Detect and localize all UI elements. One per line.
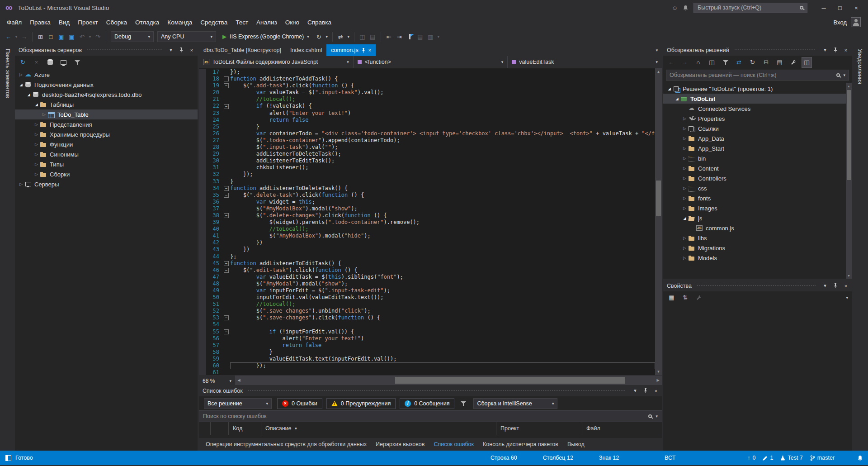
breakpoint-margin[interactable]: [199, 267, 206, 274]
menu-item-view[interactable]: Вид: [55, 17, 74, 28]
breakpoint-margin[interactable]: [199, 253, 206, 260]
breakpoint-margin[interactable]: [199, 110, 206, 117]
server-tree-item[interactable]: ▷Представления: [15, 119, 198, 129]
expand-arrow-icon[interactable]: ▷: [681, 126, 688, 131]
toolbox-collapsed-tab[interactable]: Панель элементов: [0, 44, 15, 451]
breakpoint-margin[interactable]: [199, 96, 206, 103]
server-tree-item[interactable]: ▷Серверы: [15, 179, 198, 189]
window-position-icon[interactable]: ▾: [631, 387, 639, 395]
code-line[interactable]: 34−function addListenerToDeleteTask() {: [199, 185, 655, 192]
close-icon[interactable]: ×: [842, 282, 850, 290]
server-tree-item[interactable]: ▷Azure: [15, 70, 198, 80]
code-line[interactable]: 61: [199, 369, 655, 375]
breakpoint-margin[interactable]: [199, 369, 206, 375]
window-position-icon[interactable]: ▾: [821, 46, 829, 54]
scroll-up-icon[interactable]: ▲: [655, 68, 662, 75]
code-line[interactable]: 17});: [199, 69, 655, 76]
scrollbar-track[interactable]: [655, 75, 662, 368]
breakpoint-margin[interactable]: [199, 117, 206, 124]
code-line[interactable]: 28 $(".input-task").val("");: [199, 144, 655, 151]
toolbar-options-icon[interactable]: ▾: [436, 32, 441, 42]
open-file-icon[interactable]: □: [46, 32, 56, 42]
breakpoint-margin[interactable]: [199, 178, 206, 185]
code-line[interactable]: 40 //toLocal();: [199, 226, 655, 233]
stop-refresh-icon[interactable]: ×: [32, 57, 41, 67]
solution-tree-item[interactable]: ▷Properties: [663, 114, 852, 124]
scroll-up-icon[interactable]: ▲: [846, 83, 852, 89]
error-source-dropdown[interactable]: Сборка и IntelliSense ▾: [473, 398, 557, 409]
menu-item-tools[interactable]: Средства: [196, 17, 231, 28]
forward-icon[interactable]: →: [680, 57, 689, 67]
scroll-right-icon[interactable]: ▶: [654, 376, 662, 385]
collapse-arrow-icon[interactable]: ◢: [25, 93, 32, 97]
expand-arrow-icon[interactable]: ▷: [33, 162, 40, 166]
menu-item-analyze[interactable]: Анализ: [252, 17, 281, 28]
fold-collapse-icon[interactable]: −: [222, 212, 230, 219]
branch-indicator[interactable]: master: [810, 455, 835, 461]
solution-platforms-dropdown[interactable]: Any CPU▾: [157, 31, 216, 42]
expand-arrow-icon[interactable]: ▷: [681, 196, 688, 200]
solution-tree-item[interactable]: ▷fonts: [663, 193, 852, 203]
expand-arrow-icon[interactable]: ▷: [681, 136, 688, 141]
breakpoint-margin[interactable]: [199, 212, 206, 219]
breakpoint-margin[interactable]: [199, 226, 206, 233]
solution-tree-item[interactable]: ▷Models: [663, 253, 852, 263]
feedback-icon[interactable]: ☺: [672, 5, 678, 11]
menu-item-debug[interactable]: Отладка: [131, 17, 163, 28]
expand-arrow-icon[interactable]: ▷: [18, 72, 24, 77]
expand-arrow-icon[interactable]: ▷: [681, 166, 688, 171]
project-dropdown[interactable]: ToDoList Файлы содержимого JavaScript ▾: [199, 56, 354, 68]
editor-vertical-scrollbar[interactable]: ▲ ▼: [655, 68, 662, 375]
pin-icon[interactable]: [642, 387, 650, 395]
menu-item-file[interactable]: Файл: [3, 17, 26, 28]
code-line[interactable]: 56 alert("Enter your text!"): [199, 335, 655, 342]
breakpoint-margin[interactable]: [199, 137, 206, 144]
status-insert-mode[interactable]: ВСТ: [665, 455, 675, 461]
redo-icon[interactable]: ↷: [93, 32, 103, 42]
fold-collapse-icon[interactable]: −: [222, 82, 230, 89]
solution-tree-item[interactable]: ▷Ссылки: [663, 124, 852, 133]
breakpoint-margin[interactable]: [199, 335, 206, 342]
code-line[interactable]: 59 valueEditTask.text(inputForEdit.val()…: [199, 356, 655, 362]
document-list-icon[interactable]: ▾: [652, 44, 662, 56]
code-line[interactable]: 48 $("#myModal").modal("show");: [199, 281, 655, 287]
scrollbar-track[interactable]: [243, 376, 654, 385]
code-line[interactable]: 26 var containerTodo = "<div class='todo…: [199, 130, 655, 137]
navigate-backward-dropdown-icon[interactable]: ▾: [14, 32, 19, 42]
new-project-icon[interactable]: ⊞: [36, 32, 45, 42]
member-dropdown[interactable]: valueEditTask ▾: [508, 56, 662, 68]
solution-tree-item[interactable]: ▷libs: [663, 233, 852, 243]
code-line[interactable]: 29 addListenerToDeleteTask();: [199, 151, 655, 157]
breakpoint-margin[interactable]: [199, 260, 206, 267]
type-dropdown[interactable]: <function> ▾: [354, 56, 508, 68]
close-icon[interactable]: ×: [368, 48, 371, 53]
expand-arrow-icon[interactable]: ▷: [33, 152, 40, 157]
close-button[interactable]: ×: [848, 2, 864, 14]
server-tree-item[interactable]: ◢Таблицы: [15, 100, 198, 109]
code-line[interactable]: 43 }): [199, 246, 655, 253]
solution-tree-item[interactable]: ◢Решение "ToDoList" (проектов: 1): [663, 84, 852, 94]
sign-in-link[interactable]: Вход: [834, 19, 847, 26]
expand-arrow-icon[interactable]: ▷: [681, 176, 688, 181]
fold-collapse-icon[interactable]: −: [222, 260, 230, 267]
breakpoint-margin[interactable]: [199, 294, 206, 301]
code-line[interactable]: 33}: [199, 178, 655, 185]
home-icon[interactable]: ⌂: [693, 57, 703, 67]
expand-arrow-icon[interactable]: ▷: [681, 116, 688, 121]
alphabetical-icon[interactable]: ⇅: [680, 293, 690, 303]
fold-collapse-icon[interactable]: −: [222, 314, 230, 321]
tool-tab-error-list[interactable]: Список ошибок: [429, 439, 478, 450]
code-editor[interactable]: 17});18−function addListenerToAddTask() …: [199, 68, 662, 375]
code-line[interactable]: 39 $(widget).parents(".todo-container").…: [199, 219, 655, 226]
properties-icon[interactable]: [788, 57, 798, 67]
expand-arrow-icon[interactable]: ▷: [681, 146, 688, 151]
breakpoint-margin[interactable]: [199, 76, 206, 82]
collapse-arrow-icon[interactable]: ◢: [681, 216, 688, 220]
code-line[interactable]: 38− $(".delete-changes").click(function …: [199, 212, 655, 219]
column-code[interactable]: Код: [229, 422, 261, 435]
breakpoint-margin[interactable]: [199, 124, 206, 130]
sync-with-active-document-icon[interactable]: ⇄: [734, 57, 744, 67]
solution-tree-item[interactable]: ▷css: [663, 183, 852, 193]
breakpoint-margin[interactable]: [199, 171, 206, 178]
comment-selection-icon[interactable]: ▤: [415, 32, 425, 42]
